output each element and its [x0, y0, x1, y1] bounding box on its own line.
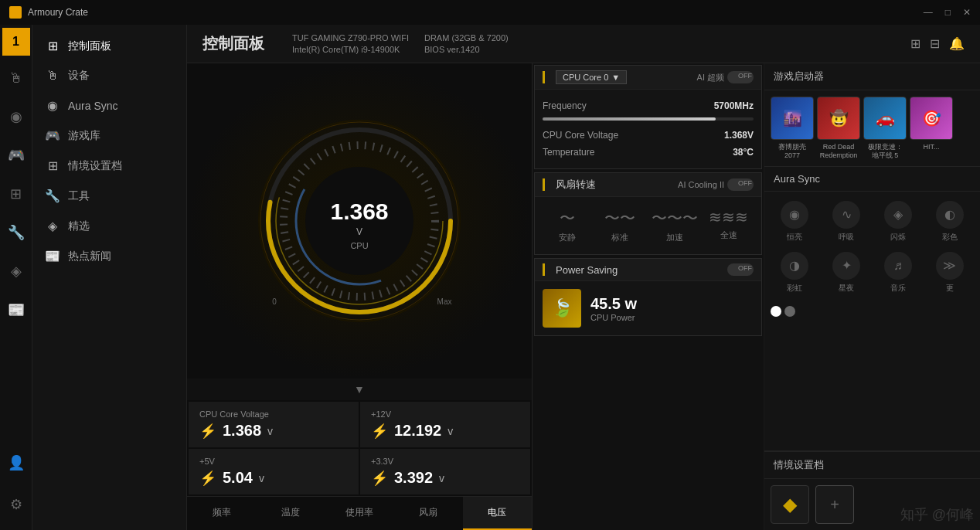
tab-usage[interactable]: 使用率: [325, 497, 393, 530]
aura-mode-color[interactable]: ◐ 彩色: [925, 198, 974, 246]
aura-mode-breath[interactable]: ∿ 呼吸: [822, 198, 871, 246]
nav-label-devices: 设备: [68, 69, 90, 83]
sidebar-item-news[interactable]: 📰: [2, 290, 30, 329]
nav-item-scenarios[interactable]: ⊞ 情境设置档: [32, 151, 186, 181]
aura-mode-starry[interactable]: ✦ 星夜: [822, 249, 871, 297]
game-card-horizon[interactable]: 🚗 极限竞速： 地平线 5: [863, 97, 907, 160]
lightning-icon-33v: ⚡: [371, 470, 388, 487]
aura-nav-icon: ◉: [45, 98, 60, 113]
nav-label-scenarios: 情境设置档: [68, 159, 122, 173]
sidebar-item-user[interactable]: 👤: [2, 443, 30, 482]
nav-label-news: 热点新闻: [68, 250, 111, 263]
fan-mode-boost[interactable]: 〜〜〜 加速: [648, 205, 701, 246]
devices-icon: 🖱: [9, 70, 23, 87]
close-button[interactable]: ✕: [963, 7, 971, 18]
stat-unit-33v: v: [439, 472, 444, 484]
system-cpu: Intel(R) Core(TM) i9-14900K: [292, 45, 409, 54]
toggle-bg-ai[interactable]: OFF: [727, 71, 754, 83]
color-icon: ◐: [936, 201, 964, 229]
sidebar-item-settings[interactable]: ⚙: [2, 485, 30, 524]
aura-mode-music[interactable]: ♬ 音乐: [874, 249, 923, 297]
gauge-value-text: 1.368: [330, 199, 388, 224]
game-card-hit[interactable]: 🎯 HIT...: [910, 97, 953, 160]
scenarios-icon: ⊞: [10, 185, 22, 202]
sidebar-item-games[interactable]: 🎮: [2, 136, 30, 175]
bottom-tabs: 频率 温度 使用率 风扇 电压: [187, 496, 532, 530]
sidebar-item-scenarios[interactable]: ⊞: [2, 175, 30, 213]
toggle-label-power: OFF: [738, 264, 752, 272]
ai-toggle[interactable]: AI 超频 OFF: [697, 71, 754, 83]
color-white[interactable]: [771, 306, 781, 317]
toggle-label-fan: OFF: [738, 179, 752, 187]
tab-frequency[interactable]: 频率: [187, 497, 256, 530]
tab-fan[interactable]: 风扇: [394, 497, 463, 530]
sidebar-item-aura[interactable]: ◉: [2, 97, 30, 136]
toggle-bg-power[interactable]: OFF: [727, 263, 754, 276]
power-toggle[interactable]: OFF: [727, 263, 754, 276]
stat-card-5v: +5V ⚡ 5.04 v: [189, 449, 359, 494]
fan-full-icon: ≋≋≋: [709, 208, 748, 226]
nav-item-games[interactable]: 🎮 游戏库: [32, 121, 186, 151]
profile-card-1[interactable]: ◆: [771, 485, 809, 524]
power-info: 🍃 45.5 w CPU Power: [535, 281, 761, 335]
profile-add-button[interactable]: +: [815, 485, 854, 524]
nav-item-picks[interactable]: ◈ 精选: [32, 211, 186, 241]
system-ram: DRAM (32GB & 7200): [424, 33, 509, 42]
game-name-cyberpunk: 赛博朋壳 2077: [778, 143, 806, 160]
temperature-label: Temperature: [543, 147, 594, 158]
header-info-col-1: TUF GAMING Z790-PRO WIFI Intel(R) Core(T…: [292, 33, 409, 54]
sidebar-item-picks[interactable]: ◈: [2, 252, 30, 290]
stat-row-voltage: ⚡ 1.368 v: [199, 422, 348, 440]
fan-mode-quiet[interactable]: 〜 安静: [543, 205, 592, 246]
tab-voltage[interactable]: 电压: [463, 497, 532, 530]
settings-icon: ⚙: [10, 496, 22, 513]
titlebar-left: Armoury Crate: [9, 6, 88, 19]
power-panel-header-left: Power Saving: [543, 263, 618, 276]
grid-button[interactable]: ⊟: [930, 36, 940, 51]
aura-mode-static[interactable]: ◉ 恒亮: [771, 198, 819, 246]
nav-item-dashboard[interactable]: ⊞ 控制面板: [32, 31, 186, 61]
nav-item-devices[interactable]: 🖱 设备: [32, 61, 186, 90]
sidebar-icon-rail: 1 🖱 ◉ 🎮 ⊞ 🔧 ◈ 📰 👤 ⚙: [0, 25, 32, 530]
aura-mode-more[interactable]: ≫ 更: [925, 249, 974, 297]
scenarios-nav-icon: ⊞: [45, 158, 60, 173]
color-gray[interactable]: [784, 306, 795, 317]
down-arrow[interactable]: ▼: [187, 379, 532, 400]
stat-row-33v: ⚡ 3.392 v: [371, 469, 519, 487]
fan-mode-standard[interactable]: 〜〜 标准: [595, 205, 645, 246]
gauge-sublabel-text: CPU: [350, 241, 368, 250]
dropdown-arrow: ▼: [611, 73, 620, 82]
power-title: Power Saving: [556, 264, 618, 276]
news-icon: 📰: [8, 301, 25, 318]
nav-item-aura[interactable]: ◉ Aura Sync: [32, 90, 186, 121]
game-name-horizon: 极限竞速： 地平线 5: [868, 143, 903, 160]
maximize-button[interactable]: □: [945, 7, 951, 18]
game-launcher-title: 游戏启动器: [764, 63, 980, 90]
sidebar-bottom: 👤 ⚙: [2, 443, 30, 530]
tab-temperature[interactable]: 温度: [256, 497, 325, 530]
right-sidebar: 游戏启动器 🌆 赛博朋壳 2077 🤠 Red Dead Redemption …: [764, 63, 980, 530]
nav-label-dashboard: 控制面板: [68, 39, 111, 53]
notification-button[interactable]: 🔔: [949, 36, 965, 51]
screenshot-button[interactable]: ⊞: [910, 36, 920, 51]
cpu-core-dropdown[interactable]: CPU Core 0 ▼: [556, 70, 627, 84]
game-card-rdr[interactable]: 🤠 Red Dead Redemption: [817, 97, 860, 160]
aura-mode-rainbow[interactable]: ◑ 彩虹: [771, 249, 819, 297]
fan-toggle[interactable]: AI Cooling II OFF: [678, 178, 754, 191]
window-controls[interactable]: — □ ✕: [924, 7, 971, 18]
stat-label-voltage: CPU Core Voltage: [199, 409, 348, 419]
fan-title: 风扇转速: [556, 178, 596, 192]
frequency-bar: [543, 117, 754, 121]
aura-mode-flash[interactable]: ◈ 闪烁: [874, 198, 923, 246]
aura-section: Aura Sync ◉ 恒亮 ∿ 呼吸 ◈ 闪烁: [764, 167, 980, 451]
system-mb: TUF GAMING Z790-PRO WIFI: [292, 33, 409, 42]
flash-icon: ◈: [884, 201, 912, 229]
sidebar-item-devices[interactable]: 🖱: [2, 59, 30, 97]
fan-mode-full[interactable]: ≋≋≋ 全速: [704, 205, 754, 246]
game-card-cyberpunk[interactable]: 🌆 赛博朋壳 2077: [771, 97, 814, 160]
nav-item-tools[interactable]: 🔧 工具: [32, 181, 186, 211]
toggle-bg-fan[interactable]: OFF: [727, 178, 754, 191]
sidebar-item-tools[interactable]: 🔧: [2, 213, 30, 252]
nav-item-news[interactable]: 📰 热点新闻: [32, 241, 186, 271]
minimize-button[interactable]: —: [924, 7, 933, 18]
